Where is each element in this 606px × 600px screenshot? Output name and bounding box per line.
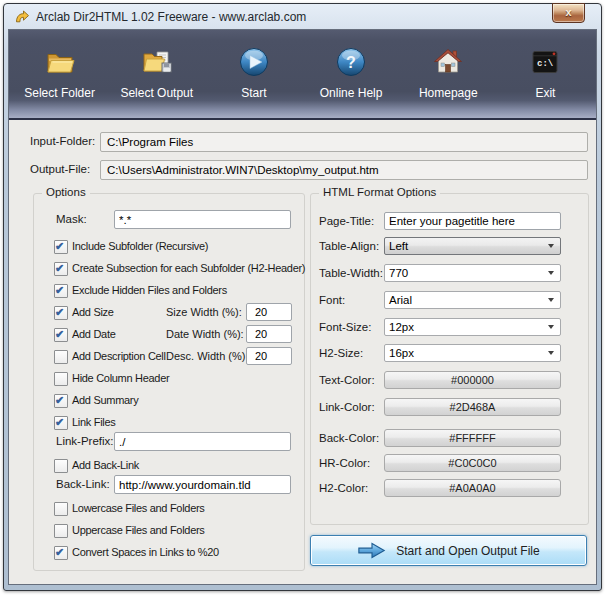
check-icon: ✔ xyxy=(55,415,64,429)
mask-label: Mask: xyxy=(56,213,87,225)
text-color-label: Text-Color: xyxy=(319,374,375,386)
checkbox-row: ✔ Add Description Cell Desc. Width (%): xyxy=(54,349,299,366)
chevron-down-icon xyxy=(548,325,554,329)
h2-color-button[interactable]: #A0A0A0 xyxy=(384,479,561,497)
close-icon: x xyxy=(565,7,571,18)
toolbar: Select Folder Select Output xyxy=(9,30,596,120)
toolbar-start[interactable]: Start xyxy=(205,30,302,118)
start-arrow-icon xyxy=(357,541,387,560)
checkbox-include-subfolder[interactable]: ✔ xyxy=(54,240,68,254)
link-prefix-row: Link-Prefix: xyxy=(54,432,299,449)
check-icon: ✔ xyxy=(55,305,64,319)
text-color-row: Text-Color: #000000 xyxy=(319,371,580,389)
h2-color-row: H2-Color: #A0A0A0 xyxy=(319,479,580,497)
checkbox-row: ✔ Create Subsection for each Subfolder (… xyxy=(54,261,299,278)
mask-input[interactable] xyxy=(114,210,291,229)
toolbar-select-folder[interactable]: Select Folder xyxy=(11,30,108,118)
checkbox-exclude-hidden[interactable]: ✔ xyxy=(54,284,68,298)
back-link-input[interactable] xyxy=(114,475,291,494)
desc-width-label: Desc. Width (%): xyxy=(166,350,249,362)
checkbox-row: ✔ Include Subfolder (Recursive) xyxy=(54,239,299,256)
toolbar-label: Online Help xyxy=(320,86,383,100)
h2-size-combo[interactable]: 16px xyxy=(384,344,561,362)
checkbox-add-date[interactable]: ✔ xyxy=(54,328,68,342)
back-link-label: Back-Link: xyxy=(56,478,110,490)
toolbar-label: Exit xyxy=(535,86,555,100)
start-and-open-button[interactable]: Start and Open Output File xyxy=(310,535,587,566)
start-button-label: Start and Open Output File xyxy=(396,544,539,558)
output-file-label: Output-File: xyxy=(30,163,90,175)
close-button[interactable]: x xyxy=(552,3,585,23)
toolbar-homepage[interactable]: Homepage xyxy=(400,30,497,118)
date-width-label: Date Width (%): xyxy=(166,328,244,340)
table-align-row: Table-Align: Left xyxy=(319,237,580,255)
link-color-row: Link-Color: #2D468A xyxy=(319,398,580,416)
html-format-group: HTML Format Options Page-Title: Table-Al… xyxy=(310,193,589,525)
checkbox-row: ✔ Hide Column Header xyxy=(54,371,299,388)
options-group-title: Options xyxy=(42,186,90,198)
font-size-label: Font-Size: xyxy=(319,321,371,333)
chevron-down-icon xyxy=(548,351,554,355)
back-color-button[interactable]: #FFFFFF xyxy=(384,429,561,447)
back-link-row: Back-Link: xyxy=(54,475,299,492)
check-icon: ✔ xyxy=(55,393,64,407)
input-folder-field: C:\Program Files xyxy=(100,132,588,152)
font-combo[interactable]: Arial xyxy=(384,291,561,309)
back-color-row: Back-Color: #FFFFFF xyxy=(319,429,580,447)
checkbox-row: ✔ Link Files xyxy=(54,415,299,432)
toolbar-label: Select Folder xyxy=(24,86,95,100)
toolbar-exit[interactable]: c:\ Exit xyxy=(497,30,594,118)
check-icon: ✔ xyxy=(55,261,64,275)
toolbar-label: Homepage xyxy=(419,86,478,100)
input-folder-row: Input-Folder: C:\Program Files xyxy=(9,132,596,152)
chevron-down-icon xyxy=(548,298,554,302)
checkbox-link-files[interactable]: ✔ xyxy=(54,416,68,430)
checkbox-lowercase[interactable]: ✔ xyxy=(54,502,68,516)
checkbox-add-size[interactable]: ✔ xyxy=(54,306,68,320)
back-color-label: Back-Color: xyxy=(319,432,379,444)
terminal-icon: c:\ xyxy=(529,46,561,78)
input-folder-label: Input-Folder: xyxy=(30,135,95,147)
play-icon xyxy=(238,46,270,78)
checkbox-convert-spaces[interactable]: ✔ xyxy=(54,546,68,560)
output-file-field: C:\Users\Administrator.WIN7\Desktop\my_o… xyxy=(100,160,588,180)
size-width-label: Size Width (%): xyxy=(166,306,242,318)
chevron-down-icon xyxy=(548,271,554,275)
toolbar-label: Select Output xyxy=(120,86,193,100)
hr-color-button[interactable]: #C0C0C0 xyxy=(384,454,561,472)
link-prefix-input[interactable] xyxy=(114,432,291,451)
hr-color-row: HR-Color: #C0C0C0 xyxy=(319,454,580,472)
desc-width-input[interactable] xyxy=(246,347,292,365)
table-width-combo[interactable]: 770 xyxy=(384,264,561,282)
checkbox-create-subsection[interactable]: ✔ xyxy=(54,262,68,276)
size-width-input[interactable] xyxy=(246,303,292,321)
font-label: Font: xyxy=(319,294,345,306)
check-icon: ✔ xyxy=(55,239,64,253)
checkbox-uppercase[interactable]: ✔ xyxy=(54,524,68,538)
font-size-row: Font-Size: 12px xyxy=(319,318,580,336)
text-color-button[interactable]: #000000 xyxy=(384,371,561,389)
table-width-row: Table-Width: 770 xyxy=(319,264,580,282)
date-width-input[interactable] xyxy=(246,325,292,343)
checkbox-row: ✔ Add Size Size Width (%): xyxy=(54,305,299,322)
table-align-select[interactable]: Left xyxy=(384,237,561,255)
main-content: Input-Folder: C:\Program Files Output-Fi… xyxy=(9,120,596,584)
toolbar-select-output[interactable]: Select Output xyxy=(108,30,205,118)
checkbox-add-back-link[interactable]: ✔ xyxy=(54,459,68,473)
h2-size-row: H2-Size: 16px xyxy=(319,344,580,362)
checkbox-hide-column-header[interactable]: ✔ xyxy=(54,372,68,386)
page-title-input[interactable] xyxy=(384,212,561,230)
page-title-row: Page-Title: xyxy=(319,212,580,230)
link-color-button[interactable]: #2D468A xyxy=(384,398,561,416)
font-size-combo[interactable]: 12px xyxy=(384,318,561,336)
html-format-group-title: HTML Format Options xyxy=(319,186,440,198)
checkbox-add-summary[interactable]: ✔ xyxy=(54,394,68,408)
checkbox-add-description[interactable]: ✔ xyxy=(54,350,68,364)
check-icon: ✔ xyxy=(55,545,64,559)
svg-text:?: ? xyxy=(346,54,356,71)
h2-size-label: H2-Size: xyxy=(319,347,363,359)
options-group: Options Mask: ✔ Include Subfolder (Recur… xyxy=(33,193,305,571)
hr-color-label: HR-Color: xyxy=(319,457,370,469)
toolbar-online-help[interactable]: ? Online Help xyxy=(303,30,400,118)
table-align-label: Table-Align: xyxy=(319,240,379,252)
